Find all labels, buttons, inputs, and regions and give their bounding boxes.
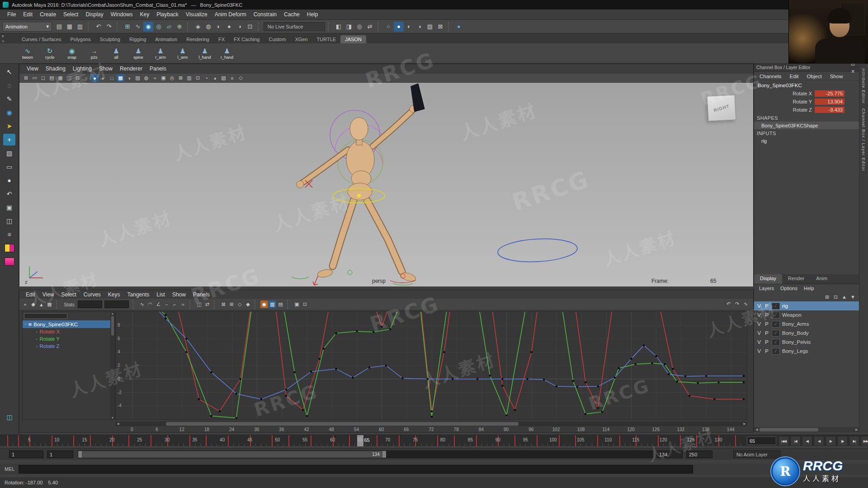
layer-tab-render[interactable]: Render	[782, 274, 810, 284]
layer-type-icon[interactable]: ∕	[772, 321, 780, 328]
layer-visibility-toggle[interactable]: V	[756, 303, 762, 309]
soft-select-icon[interactable]: ◎	[354, 22, 364, 32]
shelf-side-buttons[interactable]: ▾≡	[2, 34, 4, 43]
keyframe-point[interactable]	[743, 398, 745, 400]
snapshot-camera-icon[interactable]: ◫	[3, 215, 15, 227]
menubar-item[interactable]: Edit	[19, 10, 36, 19]
keyframe-point[interactable]	[443, 351, 445, 353]
panel-menu-item[interactable]: View	[23, 65, 42, 73]
keyframe-point[interactable]	[651, 362, 653, 364]
gate-mask-icon[interactable]: ▤	[48, 74, 56, 82]
lasso-select-tool-button[interactable]: ◌	[3, 80, 15, 91]
render-view-icon[interactable]: ◐	[214, 22, 224, 32]
multisample-icon[interactable]: ▣	[160, 74, 167, 82]
make-live-icon[interactable]: ⊕	[175, 22, 184, 32]
menubar-item[interactable]: Select	[60, 10, 82, 19]
shelf-button-all[interactable]: ♟all	[107, 44, 126, 62]
smooth-shade-icon[interactable]: ●	[91, 74, 99, 82]
keyframe-point[interactable]	[185, 338, 187, 340]
shelf-button-spine[interactable]: ♟spine	[129, 44, 148, 62]
keyframe-point[interactable]	[219, 410, 221, 412]
paint-sphere-icon[interactable]: ●	[454, 22, 464, 32]
keyframe-point[interactable]	[240, 378, 241, 380]
viewport-canvas[interactable]: z RIGHT persp Frame: 65	[19, 83, 753, 286]
outliner-channel-row[interactable]: ▪Rotate Z	[23, 343, 115, 350]
panel-menu-item[interactable]: Show	[95, 65, 116, 73]
auto-tangent-icon[interactable]: ◉	[260, 300, 268, 308]
layer-row[interactable]: VP∕rig	[754, 301, 859, 310]
grid-toggle-icon[interactable]: ⊞	[22, 74, 30, 82]
keyframe-point[interactable]	[572, 380, 574, 382]
keyframe-point[interactable]	[335, 333, 337, 334]
keyframe-point[interactable]	[614, 377, 616, 379]
swatch-yellow-magenta-icon[interactable]	[3, 242, 15, 254]
graph-menu-item[interactable]: View	[39, 291, 58, 299]
play-backwards-button[interactable]: ◀	[814, 436, 824, 446]
playback-end-field[interactable]: 134	[656, 450, 683, 458]
keyframe-point[interactable]	[697, 382, 699, 384]
menu-set-selector[interactable]: Animation ▾	[2, 22, 52, 32]
occlusion-icon[interactable]: ◍	[142, 74, 150, 82]
channel-value-field[interactable]: 13.904	[815, 99, 844, 105]
lights-mode-icon[interactable]: ◑	[125, 74, 133, 82]
animation-curves[interactable]	[116, 312, 747, 419]
panel-menu-item[interactable]: Panels	[146, 65, 170, 73]
shelf-button-r_arm[interactable]: ♟r_arm	[151, 44, 170, 62]
break-tangents-icon[interactable]: ⊠	[220, 300, 227, 308]
curve-view-scrollbar[interactable]: ◀ ▶	[115, 422, 747, 426]
keyframe-point[interactable]	[310, 371, 312, 372]
keyframe-point[interactable]	[476, 378, 478, 380]
keyframe-point[interactable]	[368, 366, 370, 368]
keyframe-point[interactable]	[630, 358, 632, 360]
shelf-button-r_hand[interactable]: ♟r_hand	[217, 44, 236, 62]
new-layer-from-selected-icon[interactable]: ⊡	[832, 293, 840, 301]
menubar-item[interactable]: Visualize	[182, 10, 211, 19]
flat-shade-icon[interactable]: ◐	[99, 74, 107, 82]
step-tangents-icon[interactable]: ⌐	[171, 300, 179, 308]
keyframe-point[interactable]	[373, 331, 374, 333]
layer-type-icon[interactable]: ∕	[772, 303, 780, 310]
play-forwards-button[interactable]: ▶	[826, 436, 836, 446]
depth-of-field-icon[interactable]: ◎	[168, 74, 176, 82]
open-scene-icon[interactable]: ▦	[65, 22, 75, 32]
render-settings-icon[interactable]: ⊡	[245, 22, 255, 32]
keyframe-point[interactable]	[501, 378, 503, 380]
current-time-field[interactable]: 65	[747, 436, 776, 445]
spline-tangents-icon[interactable]: ∿	[138, 300, 146, 308]
menubar-item[interactable]: Constrain	[250, 10, 280, 19]
keyframe-point[interactable]	[664, 363, 665, 365]
keyframe-point[interactable]	[689, 395, 690, 397]
shelf-button-p2s[interactable]: →p2s	[85, 44, 104, 62]
shelf-tab-turtle[interactable]: TURTLE	[312, 35, 341, 43]
scrollbar-thumb[interactable]	[760, 428, 818, 432]
scroll-up-icon[interactable]: ▲	[110, 312, 115, 315]
move-layer-down-icon[interactable]: ▼	[849, 293, 857, 301]
construction-history-icon[interactable]: ◈	[193, 22, 203, 32]
new-scene-icon[interactable]: ▤	[54, 22, 64, 32]
keyframe-point[interactable]	[431, 410, 433, 412]
layer-type-icon[interactable]: ∕	[772, 348, 780, 355]
shelf-button-tween[interactable]: ∿tween	[18, 44, 37, 62]
dock-tab-channel-box-layer-editor[interactable]: Channel Box / Layer Editor	[861, 108, 866, 172]
layer-playback-toggle[interactable]: P	[764, 312, 769, 318]
menubar-item[interactable]: Help	[303, 10, 322, 19]
outliner-channel-row[interactable]: ▪Rotate Y	[23, 335, 115, 343]
snap-view-plane-icon[interactable]: ▱	[164, 22, 174, 32]
keyframe-point[interactable]	[236, 417, 237, 419]
keyframe-point[interactable]	[293, 371, 295, 373]
live-surface-field[interactable]: No Live Surface	[264, 22, 325, 31]
range-slider-track[interactable]: 134	[78, 450, 653, 458]
view-cube[interactable]: RIGHT	[707, 94, 736, 121]
curve-smoothness-icon[interactable]: ∿	[742, 300, 750, 308]
keyframe-point[interactable]	[402, 377, 404, 379]
layer-editor-scrollbar[interactable]: ◀ ▶	[754, 427, 859, 432]
layer-row[interactable]: VP∕Weapon	[754, 310, 859, 319]
keyframe-point[interactable]	[597, 385, 599, 387]
wireframe-display-icon[interactable]: ○	[383, 22, 393, 32]
pick-cursor-icon[interactable]: ➤	[3, 120, 15, 132]
graph-menu-item[interactable]: Keys	[104, 291, 124, 299]
flat-tangents-icon[interactable]: −	[163, 300, 170, 308]
list-lines-icon[interactable]: ≡	[3, 229, 15, 240]
keyframe-point[interactable]	[556, 385, 557, 387]
keyframe-point[interactable]	[236, 393, 237, 394]
